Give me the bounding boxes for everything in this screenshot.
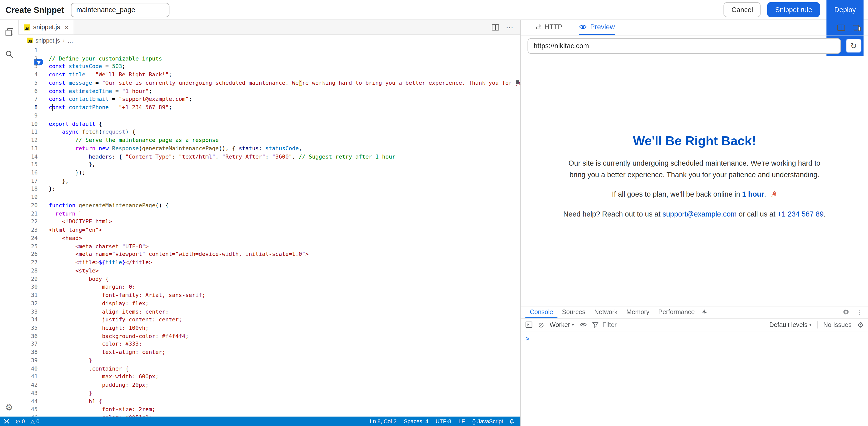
- code-line[interactable]: 37 color: #333;: [19, 340, 520, 348]
- code-line[interactable]: 26 <meta name="viewport" content="width=…: [19, 251, 520, 259]
- code-line[interactable]: 11 async fetch(request) {: [19, 128, 520, 136]
- console-output[interactable]: >: [521, 331, 868, 426]
- code-line[interactable]: 32 display: flex;: [19, 300, 520, 308]
- device-toolbar-icon[interactable]: [852, 24, 861, 31]
- devtools-tab-sources[interactable]: Sources: [558, 306, 590, 318]
- problems-errors[interactable]: ⊘ 0: [16, 418, 25, 424]
- console-sidebar-icon[interactable]: [525, 321, 533, 328]
- breadcrumb[interactable]: JS snippet.js › …: [19, 35, 520, 46]
- problems-warnings[interactable]: △ 0: [30, 418, 39, 424]
- code-line[interactable]: 15 },: [19, 161, 520, 169]
- close-tab-icon[interactable]: ×: [64, 24, 69, 31]
- cancel-button[interactable]: Cancel: [724, 2, 761, 17]
- line-number: 43: [19, 390, 38, 398]
- code-line[interactable]: 6const estimatedTime = "1 hour";: [19, 87, 520, 95]
- console-settings-gear-icon[interactable]: ⚙: [857, 321, 864, 329]
- code-line[interactable]: 36 background-color: #f4f4f4;: [19, 332, 520, 340]
- clear-console-icon[interactable]: ⊘: [538, 321, 544, 329]
- tab-preview[interactable]: Preview: [579, 20, 615, 35]
- devtools-tab-network[interactable]: Network: [590, 306, 622, 318]
- code-line[interactable]: 45 font-size: 2rem;: [19, 405, 520, 414]
- snippet-name-input[interactable]: [71, 2, 169, 17]
- console-prompt[interactable]: >: [526, 335, 529, 342]
- refresh-button[interactable]: ↻: [846, 39, 862, 53]
- remote-indicator[interactable]: [3, 418, 10, 424]
- code-line[interactable]: 25 <meta charset="UTF-8">: [19, 243, 520, 251]
- code-line[interactable]: 41 max-width: 600px;: [19, 373, 520, 381]
- breadcrumb-file[interactable]: snippet.js: [35, 37, 60, 44]
- code-line[interactable]: 31 font-family: Arial, sans-serif;: [19, 291, 520, 300]
- phone-link[interactable]: +1 234 567 89: [777, 210, 824, 218]
- line-number: 26: [19, 251, 38, 259]
- code-line[interactable]: 34 justify-content: center;: [19, 316, 520, 324]
- panel-layout-icon[interactable]: [837, 24, 845, 31]
- code-line[interactable]: 39 }: [19, 357, 520, 365]
- statusbar-item[interactable]: LF: [459, 418, 465, 424]
- statusbar-item[interactable]: {} JavaScript: [472, 418, 503, 424]
- devtools-tab-console[interactable]: Console: [525, 306, 558, 318]
- code-line[interactable]: 30 margin: 0;: [19, 283, 520, 291]
- code-line[interactable]: 27 <title>${title}</title>: [19, 259, 520, 267]
- support-email-link[interactable]: support@example.com: [662, 210, 737, 218]
- code-line[interactable]: 2// Define your customizable inputs: [19, 55, 520, 63]
- line-number: 8: [19, 104, 38, 112]
- line-number: 6: [19, 87, 38, 95]
- preview-message: Our site is currently undergoing schedul…: [562, 158, 827, 180]
- editor-more-actions-icon[interactable]: ⋯: [506, 23, 514, 31]
- code-line[interactable]: 35 height: 100vh;: [19, 324, 520, 332]
- live-expression-eye-icon[interactable]: [580, 322, 587, 328]
- code-line[interactable]: 43 }: [19, 390, 520, 398]
- devtools-more-icon[interactable]: ⋮: [856, 309, 863, 315]
- devtools-settings-gear-icon[interactable]: ⚙: [843, 309, 849, 316]
- code-line[interactable]: 17 },: [19, 177, 520, 185]
- code-editor[interactable]: 12// Define your customizable inputs3con…: [19, 46, 520, 417]
- statusbar-item[interactable]: Spaces: 4: [404, 418, 429, 424]
- code-line[interactable]: 40 .container {: [19, 365, 520, 373]
- code-line[interactable]: 42 padding: 20px;: [19, 381, 520, 389]
- statusbar-item[interactable]: UTF-8: [435, 418, 451, 424]
- code-line[interactable]: 8const contactPhone = "+1 234 567 89";: [19, 104, 520, 112]
- files-icon[interactable]: [5, 28, 13, 36]
- code-line[interactable]: 23<html lang="en">: [19, 226, 520, 234]
- code-line[interactable]: 14 headers: { "Content-Type": "text/html…: [19, 153, 520, 161]
- code-line[interactable]: 12 // Serve the maintenance page as a re…: [19, 136, 520, 144]
- url-input[interactable]: [527, 38, 841, 54]
- code-line[interactable]: 13 return new Response(generateMaintenan…: [19, 144, 520, 152]
- code-line[interactable]: 28 <style>: [19, 267, 520, 275]
- code-line[interactable]: 29 body {: [19, 275, 520, 283]
- console-filter-input[interactable]: [601, 321, 731, 329]
- code-line[interactable]: 5const message = "Our site is currently …: [19, 79, 520, 87]
- code-line[interactable]: 44 h1 {: [19, 398, 520, 405]
- code-line[interactable]: 10export default {: [19, 120, 520, 128]
- log-levels-dropdown[interactable]: Default levels ▾: [769, 321, 812, 328]
- performance-insights-icon[interactable]: [699, 306, 710, 318]
- devtools-tab-performance[interactable]: Performance: [654, 306, 699, 318]
- code-line[interactable]: 19: [19, 193, 520, 201]
- execution-context-dropdown[interactable]: Worker ▾: [550, 321, 574, 328]
- code-line[interactable]: 20function generateMaintenancePage() {: [19, 202, 520, 210]
- statusbar-item[interactable]: Ln 8, Col 2: [370, 418, 397, 424]
- code-line[interactable]: 16 });: [19, 169, 520, 177]
- code-line[interactable]: 22 <!DOCTYPE html>: [19, 218, 520, 226]
- code-line[interactable]: 4const title = "We'll Be Right Back!";: [19, 71, 520, 79]
- code-line[interactable]: 38 text-align: center;: [19, 349, 520, 357]
- tab-snippet-js[interactable]: JS snippet.js ×: [19, 20, 74, 34]
- code-line[interactable]: 18};: [19, 185, 520, 193]
- snippet-rule-button[interactable]: Snippet rule: [768, 2, 820, 17]
- code-line[interactable]: 7const contactEmail = "support@example.c…: [19, 95, 520, 104]
- notifications-bell-icon[interactable]: [509, 418, 515, 424]
- code-line[interactable]: 3const statusCode = 503;: [19, 63, 520, 71]
- breadcrumb-more[interactable]: …: [67, 37, 73, 44]
- split-editor-icon[interactable]: [492, 24, 499, 31]
- devtools-tab-memory[interactable]: Memory: [622, 306, 654, 318]
- issues-counter[interactable]: No Issues: [823, 321, 851, 328]
- code-line[interactable]: 9: [19, 112, 520, 120]
- code-line[interactable]: 24 <head>: [19, 234, 520, 242]
- settings-gear-icon[interactable]: ⚙: [5, 402, 13, 413]
- code-line[interactable]: 21 return `: [19, 210, 520, 218]
- code-line[interactable]: 46 color: #0051c3;: [19, 414, 520, 417]
- code-line[interactable]: 33 align-items: center;: [19, 308, 520, 316]
- search-icon[interactable]: [5, 50, 13, 59]
- tab-http[interactable]: ⇄ HTTP: [535, 20, 562, 35]
- code-line[interactable]: 1: [19, 47, 520, 55]
